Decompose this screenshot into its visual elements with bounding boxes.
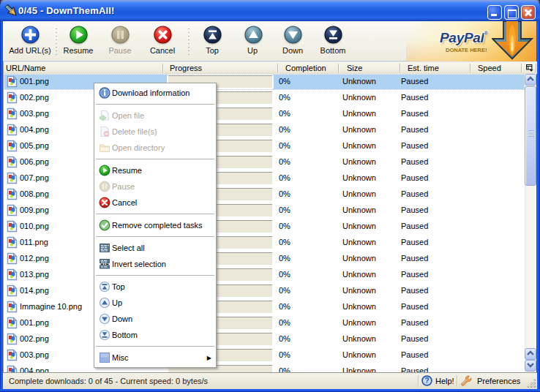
svg-text:?: ?: [424, 377, 429, 385]
